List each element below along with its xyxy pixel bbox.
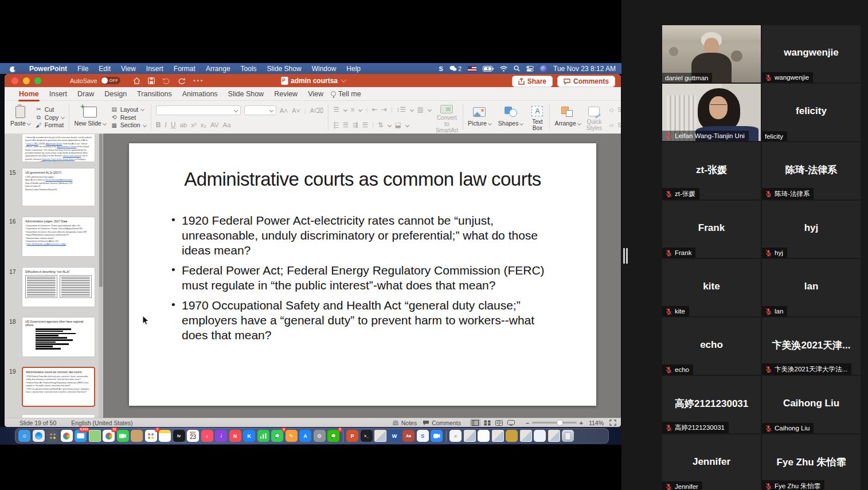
slide-body-text[interactable]: 1920 Federal Power Act-electricity rates… [170, 213, 562, 343]
dock-icon-launchpad[interactable] [46, 430, 58, 442]
participant-tile[interactable]: echoecho [662, 317, 761, 375]
dock-icon-document-1[interactable]: ≡ [449, 430, 462, 442]
shapes-button[interactable]: Shapes [498, 103, 523, 131]
participant-tile[interactable]: 陈琦-法律系陈琦-法律系 [762, 142, 861, 199]
tab-home[interactable]: Home [14, 88, 44, 100]
paste-button[interactable]: Paste [10, 103, 30, 131]
menu-item-file[interactable]: File [72, 65, 93, 73]
slideshow-view-button[interactable] [506, 419, 517, 426]
wechat-status-icon[interactable]: 2 [449, 65, 462, 72]
new-slide-button[interactable]: New Slide [74, 103, 105, 131]
dock-icon-word[interactable]: W [389, 430, 401, 442]
comments-button[interactable]: Comments [557, 76, 615, 87]
share-button[interactable]: Share [512, 76, 553, 87]
arrange-button[interactable]: Arrange [554, 103, 580, 131]
dock-icon-preview-window[interactable] [374, 430, 386, 442]
convert-smartart-button[interactable]: Convert toSmartArt [436, 103, 458, 131]
zoom-out-button[interactable]: – [526, 420, 529, 426]
dock-icon-window-4[interactable] [506, 430, 518, 442]
slide-thumbnail[interactable]: 16Administrative judges: 2017 Data• Depa… [5, 217, 103, 257]
dock-icon-chrome[interactable] [61, 430, 73, 442]
keyboard-flag-icon[interactable] [468, 66, 476, 72]
columns-icon[interactable]: ▥ [417, 105, 424, 113]
align-right-icon[interactable]: ⇶ [353, 121, 358, 129]
menu-item-view[interactable]: View [116, 65, 141, 73]
home-icon[interactable] [133, 77, 140, 84]
dock-icon-dictionary[interactable]: Aa [402, 430, 415, 442]
dock-icon-podcasts[interactable]: 𝅘𝅥 [215, 430, 227, 442]
thumbnail-card[interactable]: US Government agencies often have region… [22, 317, 95, 357]
dock-icon-news[interactable]: N [229, 430, 241, 442]
font-format-glyph-4[interactable]: x² [191, 121, 197, 128]
participant-tile[interactable]: kitekite [662, 259, 761, 316]
dock-icon-music[interactable]: ♪ [201, 430, 213, 442]
participant-tile[interactable]: FrankFrank [662, 201, 761, 258]
slide-thumbnail[interactable]: 15US government ALJs (2017)1,931 adminis… [5, 168, 103, 206]
battery-icon[interactable] [483, 66, 494, 72]
dock-icon-window-5[interactable] [520, 430, 532, 442]
font-size-select[interactable] [244, 105, 276, 115]
tab-slide-show[interactable]: Slide Show [223, 88, 269, 100]
autosave-toggle[interactable]: OFF [101, 77, 120, 84]
slide-thumbnail[interactable] [5, 414, 103, 418]
shape-outline-button[interactable]: ▱Shape Outline [608, 121, 621, 129]
font-format-glyph-6[interactable]: AV [210, 121, 219, 128]
redo-icon[interactable] [178, 77, 186, 84]
participant-tile[interactable]: daniel guttman [662, 25, 761, 83]
dock-icon-mail[interactable]: 6,633 [75, 430, 87, 442]
zoom-window-button[interactable] [34, 77, 41, 84]
tab-insert[interactable]: Insert [44, 88, 72, 100]
tab-animations[interactable]: Animations [177, 88, 223, 100]
minimize-window-button[interactable] [23, 77, 30, 84]
participant-tile[interactable]: 卞美涣2021天津...卞美涣2021天津大学法... [762, 317, 861, 375]
cut-button[interactable]: ✂Cut [35, 105, 65, 113]
dock-icon-reminders[interactable]: 2 [145, 430, 157, 442]
dock-icon-wechat[interactable]: 💬2 [327, 430, 339, 442]
align-left-icon[interactable]: ⬱ [333, 121, 338, 129]
thumbnail-card[interactable] [22, 414, 95, 418]
tab-draw[interactable]: Draw [72, 88, 99, 100]
close-window-button[interactable] [11, 77, 18, 84]
format-painter-button[interactable]: 🖌Format [35, 121, 65, 129]
more-commands-icon[interactable]: ··· [193, 76, 204, 86]
dock-icon-maps[interactable] [89, 430, 101, 442]
reset-button[interactable]: ⟲Reset [111, 113, 146, 121]
apple-menu-icon[interactable] [9, 65, 16, 72]
notes-button[interactable]: Notes [392, 420, 417, 426]
numbering-icon[interactable]: ≡ [351, 106, 355, 113]
increase-font-icon[interactable]: A˄ [280, 107, 288, 114]
dock-icon-zoom[interactable] [431, 430, 443, 442]
thumbnail-card[interactable]: Administrative judges: 2017 Data• Depart… [22, 217, 95, 257]
font-format-glyph-0[interactable]: B [156, 121, 161, 129]
menu-item-edit[interactable]: Edit [93, 65, 116, 73]
line-spacing-icon[interactable]: ↕☰ [397, 105, 406, 113]
slide-thumbnail[interactable]: 18US Government agencies often have regi… [5, 317, 103, 357]
slide-thumbnail[interactable]: 17Difficulties of describing “non-ALJs” [5, 267, 103, 307]
dock-icon-numbers[interactable] [257, 430, 269, 442]
dock-icon-sogou[interactable]: S [417, 430, 429, 442]
menu-item-insert[interactable]: Insert [141, 65, 169, 73]
dock-icon-window-1[interactable] [464, 430, 476, 442]
undo-icon[interactable] [162, 77, 170, 84]
slide-number-indicator[interactable]: Slide 19 of 50 [19, 420, 56, 426]
increase-indent-icon[interactable]: ⇥ [381, 105, 387, 113]
copy-button[interactable]: ⧉Copy [35, 113, 65, 121]
siri-icon[interactable] [540, 65, 547, 72]
spotlight-icon[interactable] [514, 65, 520, 72]
font-format-glyph-2[interactable]: U [171, 121, 176, 129]
participant-tile[interactable]: wangwenjiewangwenjie [762, 25, 861, 83]
participant-tile[interactable]: zt-张媛zt-张媛 [662, 142, 761, 199]
participant-tile[interactable]: Caihong LiuCaihong Liu [762, 376, 861, 433]
tell-me-button[interactable]: Tell me [331, 90, 361, 98]
dock-icon-safari[interactable] [33, 430, 45, 442]
control-center-icon[interactable] [526, 66, 534, 72]
save-icon[interactable] [148, 77, 155, 84]
dock-icon-powerpoint[interactable]: P [346, 430, 358, 442]
dock-icon-contacts[interactable] [131, 430, 143, 442]
dock-icon-apple-tv[interactable]: tv [173, 430, 185, 442]
shape-fill-button[interactable]: ◇Shape Fill [608, 105, 621, 113]
font-format-glyph-3[interactable]: ab [179, 121, 187, 128]
zoom-in-button[interactable]: + [580, 420, 583, 426]
menu-item-window[interactable]: Window [307, 65, 342, 73]
thumbnail-card[interactable]: Administrative courts as common law cour… [22, 367, 95, 407]
